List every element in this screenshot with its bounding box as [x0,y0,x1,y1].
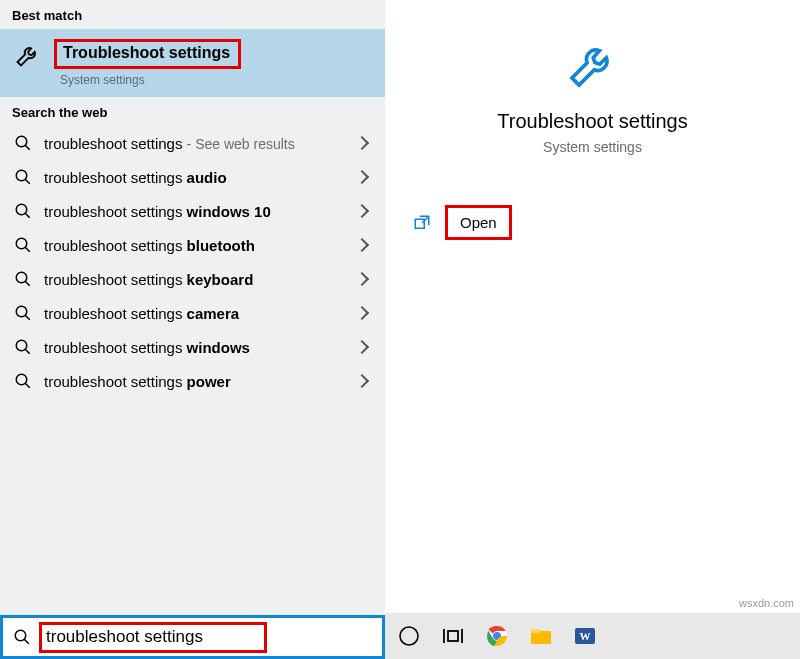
search-icon [14,338,32,356]
preview-panel: Troubleshoot settings System settings Op… [385,0,800,659]
web-result-text: troubleshoot settings power [44,373,345,390]
best-match-subtitle: System settings [60,73,241,87]
chevron-right-icon [355,136,369,150]
web-result-text: troubleshoot settings windows [44,339,345,356]
svg-point-12 [16,340,27,351]
search-icon [14,168,32,186]
search-icon [14,304,32,322]
search-the-web-header: Search the web [0,97,385,126]
search-results-panel: Best match Troubleshoot settings System … [0,0,385,659]
best-match-item[interactable]: Troubleshoot settings System settings [0,29,385,97]
svg-line-5 [25,213,30,218]
svg-line-15 [25,383,30,388]
chevron-right-icon [355,374,369,388]
search-icon [14,134,32,152]
web-result-text: troubleshoot settings windows 10 [44,203,345,220]
web-result-text: troubleshoot settings - See web results [44,135,345,152]
svg-point-14 [16,374,27,385]
task-view-icon[interactable] [441,624,465,648]
chevron-right-icon [355,272,369,286]
chevron-right-icon [355,238,369,252]
chevron-right-icon [355,204,369,218]
svg-point-10 [16,306,27,317]
best-match-title: Troubleshoot settings [63,44,230,62]
search-icon [14,202,32,220]
svg-point-4 [16,204,27,215]
chevron-right-icon [355,306,369,320]
svg-line-9 [25,281,30,286]
svg-point-19 [400,627,418,645]
svg-line-17 [24,639,29,644]
web-result-item[interactable]: troubleshoot settings - See web results [0,126,385,160]
web-result-text: troubleshoot settings audio [44,169,345,186]
svg-point-2 [16,170,27,181]
search-icon [14,372,32,390]
preview-subtitle: System settings [543,139,642,155]
svg-point-6 [16,238,27,249]
search-icon [14,270,32,288]
svg-point-0 [16,136,27,147]
web-result-item[interactable]: troubleshoot settings camera [0,296,385,330]
word-icon[interactable]: W [573,624,597,648]
svg-text:W: W [580,630,591,642]
svg-line-1 [25,145,30,150]
web-result-item[interactable]: troubleshoot settings windows 10 [0,194,385,228]
svg-point-8 [16,272,27,283]
web-result-text: troubleshoot settings camera [44,305,345,322]
svg-point-16 [15,630,26,641]
preview-title: Troubleshoot settings [497,110,687,133]
web-result-item[interactable]: troubleshoot settings power [0,364,385,398]
chevron-right-icon [355,340,369,354]
open-icon [413,214,431,232]
wrench-icon [565,36,621,92]
open-button[interactable]: Open [445,205,512,240]
web-result-item[interactable]: troubleshoot settings bluetooth [0,228,385,262]
svg-line-13 [25,349,30,354]
svg-rect-18 [415,219,424,228]
search-icon [14,236,32,254]
wrench-icon [14,41,42,69]
svg-rect-21 [448,631,458,641]
svg-rect-26 [531,629,540,633]
web-result-item[interactable]: troubleshoot settings keyboard [0,262,385,296]
cortana-icon[interactable] [397,624,421,648]
watermark: wsxdn.com [739,597,794,609]
web-result-item[interactable]: troubleshoot settings windows [0,330,385,364]
best-match-header: Best match [0,0,385,29]
search-icon [13,628,31,646]
svg-line-7 [25,247,30,252]
web-result-item[interactable]: troubleshoot settings audio [0,160,385,194]
search-input[interactable] [46,627,258,647]
svg-rect-27 [531,637,551,644]
svg-line-3 [25,179,30,184]
web-result-text: troubleshoot settings bluetooth [44,237,345,254]
chevron-right-icon [355,170,369,184]
web-result-text: troubleshoot settings keyboard [44,271,345,288]
file-explorer-icon[interactable] [529,624,553,648]
search-bar[interactable] [0,615,385,659]
chrome-icon[interactable] [485,624,509,648]
taskbar: W [385,613,800,659]
svg-line-11 [25,315,30,320]
